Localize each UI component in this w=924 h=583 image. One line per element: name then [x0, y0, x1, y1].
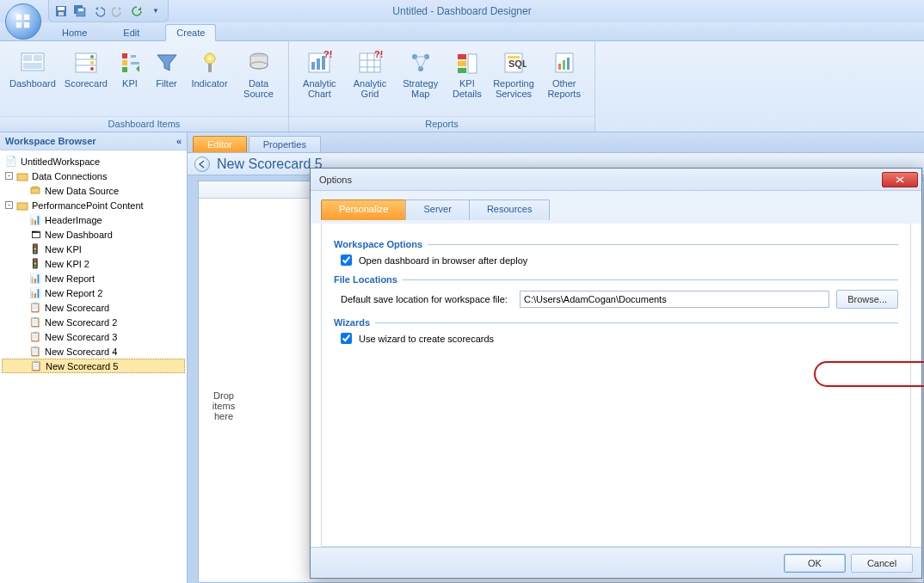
svg-rect-5 [58, 7, 65, 10]
back-arrow-icon [198, 160, 206, 169]
ribbon-scorecard[interactable]: Scorecard [62, 46, 110, 91]
ribbon-strategy-map[interactable]: Strategy Map [397, 46, 444, 101]
workspace-browser-header: Workspace Browser « [0, 132, 187, 150]
ribbon-kpi[interactable]: KPI [114, 46, 146, 91]
tree-node-new-report-2[interactable]: 📊New Report 2 [2, 285, 185, 300]
svg-rect-11 [23, 55, 32, 61]
svg-rect-2 [16, 22, 22, 28]
svg-point-19 [90, 67, 94, 71]
tab-edit[interactable]: Edit [113, 25, 150, 40]
dialog-tab-resources[interactable]: Resources [469, 199, 551, 220]
use-wizard-checkbox[interactable] [341, 333, 352, 344]
ribbon-data-source[interactable]: Data Source [236, 46, 281, 101]
ribbon-reporting-services[interactable]: SQLReporting Services [490, 46, 538, 101]
ribbon-tabs: Home Edit Create [0, 22, 924, 41]
tree-node-root[interactable]: 📄UntitledWorkspace [2, 154, 185, 169]
callout-highlight-ring [814, 361, 924, 387]
tree-node-data-connections[interactable]: -Data Connections [2, 169, 185, 183]
save-location-input[interactable] [520, 291, 829, 308]
scorecard-small-icon: 📋 [30, 360, 42, 372]
ribbon: Dashboard Scorecard KPI Filter Indicator… [0, 41, 924, 132]
undo-icon[interactable] [92, 4, 106, 18]
app-title: Untitled - Dashboard Designer [392, 5, 531, 17]
svg-rect-47 [458, 68, 466, 73]
collapse-toggle-icon[interactable]: - [5, 172, 13, 180]
tree-node-new-dashboard[interactable]: 🗔New Dashboard [2, 227, 185, 242]
save-all-icon[interactable] [73, 4, 87, 18]
ribbon-dashboard[interactable]: Dashboard [7, 46, 59, 91]
workspace-tree: 📄UntitledWorkspace -Data Connections New… [0, 150, 187, 583]
tree-node-pp-content[interactable]: -PerformancePoint Content [2, 198, 185, 212]
svg-rect-45 [458, 54, 466, 59]
save-location-row: Default save location for workspace file… [341, 290, 898, 309]
collapse-panel-button[interactable]: « [176, 136, 182, 146]
ribbon-analytic-chart[interactable]: ?!Analytic Chart [296, 46, 343, 101]
ribbon-indicator[interactable]: Indicator [187, 46, 232, 91]
ok-button[interactable]: OK [784, 554, 846, 573]
svg-text:?!: ?! [323, 50, 332, 59]
back-button[interactable] [194, 156, 210, 172]
dialog-tab-personalize[interactable]: Personalize [321, 199, 406, 220]
tab-create[interactable]: Create [165, 24, 216, 41]
kpi-details-icon [453, 49, 481, 77]
tree-node-new-scorecard-5[interactable]: 📋New Scorecard 5 [2, 359, 185, 373]
svg-rect-56 [17, 174, 28, 181]
tree-node-new-kpi-2[interactable]: 🚦New KPI 2 [2, 256, 185, 271]
ribbon-filter[interactable]: Filter [150, 46, 183, 91]
scorecard-small-icon: 📋 [29, 302, 41, 314]
ribbon-analytic-grid[interactable]: ?!Analytic Grid [347, 46, 394, 101]
svg-rect-46 [458, 61, 466, 66]
dialog-titlebar[interactable]: Options [311, 169, 921, 191]
ribbon-kpi-label: KPI [122, 78, 138, 89]
analytic-grid-icon: ?! [356, 49, 384, 77]
strategy-map-icon [407, 49, 434, 77]
tree-node-new-kpi[interactable]: 🚦New KPI [2, 242, 185, 256]
save-icon[interactable] [54, 4, 68, 18]
tree-node-new-scorecard-3[interactable]: 📋New Scorecard 3 [2, 329, 185, 344]
editor-title: New Scorecard 5 [217, 156, 323, 172]
qat-dropdown-icon[interactable]: ▼ [149, 4, 163, 18]
svg-rect-58 [31, 188, 40, 193]
report-small-icon: 📊 [29, 214, 41, 226]
refresh-icon[interactable] [130, 4, 144, 18]
workspace-browser-title: Workspace Browser [5, 136, 96, 146]
scorecard-small-icon: 📋 [29, 331, 41, 343]
ribbon-indicator-label: Indicator [191, 78, 227, 89]
tree-node-new-scorecard-4[interactable]: 📋New Scorecard 4 [2, 344, 185, 359]
redo-icon[interactable] [111, 4, 125, 18]
ribbon-kpi-details[interactable]: KPI Details [447, 46, 487, 101]
open-browser-label[interactable]: Open dashboard in browser after deploy [359, 255, 527, 266]
dialog-tab-server[interactable]: Server [405, 199, 469, 220]
tree-node-new-scorecard-2[interactable]: 📋New Scorecard 2 [2, 315, 185, 329]
svg-rect-22 [122, 67, 127, 72]
folder-icon [16, 199, 28, 212]
office-orb-button[interactable] [5, 3, 41, 40]
ribbon-reporting-services-label: Reporting Services [493, 78, 534, 99]
tree-node-headerimage[interactable]: 📊HeaderImage [2, 212, 185, 227]
open-browser-checkbox[interactable] [341, 255, 352, 266]
dialog-footer: OK Cancel [311, 547, 921, 578]
collapse-toggle-icon[interactable]: - [5, 201, 13, 209]
cancel-button[interactable]: Cancel [851, 554, 913, 573]
tab-editor[interactable]: Editor [193, 136, 247, 152]
tab-home[interactable]: Home [52, 25, 97, 40]
svg-rect-20 [122, 53, 127, 58]
section-wizards: Wizards [334, 317, 898, 328]
use-wizard-label[interactable]: Use wizard to create scorecards [359, 334, 494, 344]
ribbon-filter-label: Filter [156, 78, 176, 89]
ribbon-other-reports[interactable]: Other Reports [540, 46, 588, 101]
tree-node-new-data-source[interactable]: New Data Source [2, 183, 185, 198]
dialog-tabs: Personalize Server Resources [311, 199, 921, 220]
scorecard-small-icon: 📋 [29, 346, 41, 358]
dialog-body: Personalize Server Resources Workspace O… [311, 191, 921, 547]
ribbon-spacer [595, 41, 924, 132]
tree-node-new-report[interactable]: 📊New Report [2, 271, 185, 285]
browse-button[interactable]: Browse... [836, 290, 898, 309]
tab-properties[interactable]: Properties [249, 136, 321, 152]
ribbon-group-label-dashboard-items: Dashboard Items [0, 116, 288, 132]
dialog-close-button[interactable] [882, 172, 918, 187]
tree-node-new-scorecard[interactable]: 📋New Scorecard [2, 300, 185, 315]
svg-line-42 [415, 57, 421, 69]
drop-hint: Drop items here [200, 390, 248, 421]
other-reports-icon [551, 49, 578, 77]
